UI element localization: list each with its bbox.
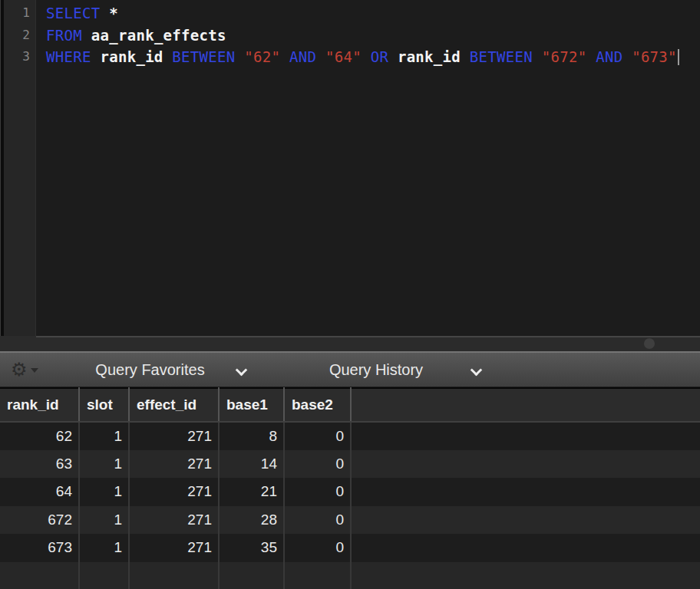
cell[interactable]: 0 [284,450,351,479]
cell[interactable]: 14 [219,450,284,479]
text-cursor [678,49,679,65]
header-row: rank_idsloteffect_idbase1base2 [0,388,700,422]
line-number: 3 [5,46,35,68]
query-favorites-label: Query Favorites [95,361,204,379]
query-history-label: Query History [329,361,423,379]
code-line: WHERE rank_id BETWEEN "62" AND "64" OR r… [46,46,700,68]
cell[interactable]: 0 [284,534,351,562]
cell-filler [351,506,700,535]
token-keyword: AND [280,48,325,65]
gear-dropdown-caret-icon [31,368,38,373]
code-line: SELECT * [46,2,700,25]
cell[interactable]: 1 [79,534,129,562]
cell[interactable]: 1 [79,506,129,535]
line-number-gutter: 123 [5,0,36,336]
token-string: "64" [325,48,362,65]
chevron-down-icon[interactable] [236,364,248,377]
cell[interactable]: 63 [0,450,79,479]
cell[interactable]: 1 [79,478,129,506]
cell[interactable]: 672 [0,506,79,535]
cell[interactable]: 271 [129,534,219,562]
empty-cell [0,562,79,589]
table-row[interactable]: 6731271350 [0,534,700,562]
token-keyword: BETWEEN [163,48,245,65]
column-header-slot[interactable]: slot [79,388,129,422]
chevron-down-icon[interactable] [471,364,483,377]
empty-row [0,562,700,589]
cell[interactable]: 64 [0,478,79,506]
cell-filler [351,450,700,479]
cell-filler [351,478,700,506]
token-keyword: BETWEEN [461,48,542,65]
empty-cell [219,562,284,589]
column-header-base1[interactable]: base1 [219,388,284,422]
empty-cell [284,562,351,589]
sql-code-area[interactable]: SELECT *FROM aa_rank_effectsWHERE rank_i… [36,0,700,336]
empty-cell [129,562,219,589]
token-plain: * [109,5,118,21]
empty-cell [79,562,129,589]
token-keyword: OR [362,48,398,65]
cell-filler [351,422,700,450]
column-header-rank_id[interactable]: rank_id [0,388,79,422]
token-string: "673" [632,48,677,65]
table-row[interactable]: 6721271280 [0,506,700,535]
sql-query-window: 123 SELECT *FROM aa_rank_effectsWHERE ra… [0,0,700,589]
cell-filler [351,534,700,562]
token-string: "62" [244,48,280,65]
table-row[interactable]: 641271210 [0,478,700,506]
token-keyword: SELECT [46,5,109,21]
line-number: 1 [5,2,35,25]
horizontal-scrollbar[interactable] [0,336,700,351]
line-number: 2 [5,25,35,47]
cell[interactable]: 271 [129,422,219,450]
query-toolbar: ⚙ Query Favorites Query History [0,351,700,387]
token-identifier: aa_rank_effects [91,27,226,44]
table-row[interactable]: 631271140 [0,450,700,479]
token-keyword: AND [586,48,632,65]
cell[interactable]: 673 [0,534,79,562]
cell[interactable]: 1 [79,450,129,479]
table-row[interactable]: 62127180 [0,422,700,450]
scrollbar-thumb[interactable] [644,338,655,349]
column-header-base2[interactable]: base2 [284,388,351,422]
sql-editor[interactable]: 123 SELECT *FROM aa_rank_effectsWHERE ra… [0,0,700,336]
gear-icon: ⚙ [11,360,28,379]
cell[interactable]: 8 [219,422,284,450]
cell[interactable]: 35 [219,534,284,562]
cell[interactable]: 0 [284,478,351,506]
cell[interactable]: 271 [129,478,219,506]
query-favorites-menu[interactable]: Query Favorites [79,353,221,387]
cell[interactable]: 0 [284,422,351,450]
cell[interactable]: 1 [79,422,129,450]
code-line: FROM aa_rank_effects [46,25,700,47]
cell[interactable]: 28 [219,506,284,535]
empty-cell [351,562,700,589]
query-history-menu[interactable]: Query History [315,353,438,387]
cell[interactable]: 0 [284,506,351,535]
cell[interactable]: 62 [0,422,79,450]
token-identifier: rank_id [100,48,163,65]
token-identifier: rank_id [398,48,461,65]
column-header-effect_id[interactable]: effect_id [129,388,219,422]
results-pane: rank_idsloteffect_idbase1base26212718063… [0,387,700,589]
token-keyword: FROM [46,27,91,44]
column-header-filler [351,388,700,422]
cell[interactable]: 271 [129,506,219,535]
window-left-edge [0,0,5,336]
token-string: "672" [542,48,587,65]
token-keyword: WHERE [46,48,100,65]
cell[interactable]: 21 [219,478,284,506]
gear-menu-button[interactable]: ⚙ [11,353,38,387]
results-table: rank_idsloteffect_idbase1base26212718063… [0,387,700,589]
cell[interactable]: 271 [129,450,219,479]
